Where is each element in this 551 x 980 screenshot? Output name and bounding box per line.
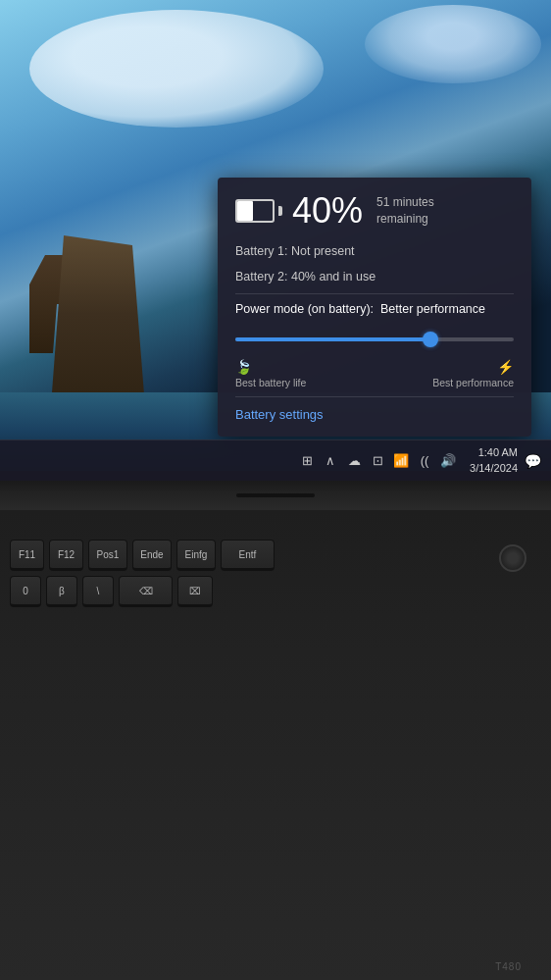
slider-fill [235, 337, 435, 341]
battery-time: 51 minutes remaining [376, 194, 434, 228]
model-label: T480 [495, 961, 522, 972]
key-einfg[interactable]: Einfg [176, 540, 216, 571]
power-mode-prefix: Power mode (on battery): [235, 302, 374, 316]
laptop-hinge [0, 481, 551, 510]
key-entf[interactable]: Entf [221, 540, 275, 571]
taskbar-display-icon[interactable]: ⊡ [368, 451, 387, 471]
laptop-screen: 40% 51 minutes remaining Battery 1: Not … [0, 0, 551, 481]
time-line2: remaining [376, 211, 434, 228]
performance-icon: ⚡ [497, 359, 514, 375]
laptop-keyboard-area: F11 F12 Pos1 Ende Einfg Entf 0 [0, 510, 551, 980]
battery-tip [278, 206, 282, 216]
slider-left-text: Best battery life [235, 377, 306, 388]
battery-settings-link[interactable]: Battery settings [235, 407, 324, 422]
taskbar-volume-icon[interactable]: 🔊 [438, 451, 458, 471]
keyboard: F11 F12 Pos1 Ende Einfg Entf 0 [10, 540, 541, 612]
key-f12[interactable]: F12 [49, 540, 83, 571]
power-mode-value: Better performance [380, 302, 485, 316]
key-beta[interactable]: β [46, 576, 77, 607]
taskbar-onedrive-icon[interactable]: ☁ [344, 451, 364, 471]
key-backslash[interactable]: \ [82, 576, 114, 607]
battery1-info: Battery 1: Not present [235, 242, 514, 260]
battery-header: 40% 51 minutes remaining [235, 193, 514, 229]
battery-life-icon: 🍃 [235, 359, 252, 375]
taskbar: ⊞ ∧ ☁ ⊡ 📶 (( 🔊 1:40 AM 3/14/2024 💬 [0, 439, 551, 481]
slider-thumb[interactable] [423, 332, 438, 347]
slider-label-right: ⚡ Best performance [432, 359, 514, 388]
divider-1 [235, 293, 514, 294]
clock-time: 1:40 AM [478, 445, 518, 460]
keyboard-row-1: F11 F12 Pos1 Ende Einfg Entf [10, 540, 541, 571]
taskbar-monitor-icon[interactable]: ⊞ [297, 451, 317, 471]
time-line1: 51 minutes [376, 194, 434, 211]
power-mode-label: Power mode (on battery): Better performa… [235, 302, 514, 316]
key-f11[interactable]: F11 [10, 540, 44, 571]
battery-popup: 40% 51 minutes remaining Battery 1: Not … [218, 178, 531, 437]
battery-fill [237, 201, 253, 221]
cloud-1 [29, 10, 324, 128]
key-backspace[interactable]: ⌫ [119, 576, 173, 607]
battery2-info: Battery 2: 40% and in use [235, 268, 514, 285]
taskbar-chevron-icon[interactable]: ∧ [321, 451, 340, 471]
key-ende[interactable]: Ende [132, 540, 172, 571]
key-delete-special[interactable]: ⌧ [177, 576, 213, 607]
key-pos1[interactable]: Pos1 [88, 540, 127, 571]
power-slider-container[interactable] [235, 326, 514, 353]
action-center-icon[interactable]: 💬 [522, 450, 543, 472]
taskbar-icons: ⊞ ∧ ☁ ⊡ 📶 (( 🔊 [297, 451, 458, 471]
key-0[interactable]: 0 [10, 576, 41, 607]
battery-icon-large [235, 199, 278, 223]
slider-label-left: 🍃 Best battery life [235, 359, 306, 388]
slider-labels: 🍃 Best battery life ⚡ Best performance [235, 359, 514, 388]
slider-right-text: Best performance [432, 377, 514, 388]
taskbar-network-icon[interactable]: 📶 [391, 451, 411, 471]
taskbar-clock[interactable]: 1:40 AM 3/14/2024 [464, 445, 518, 476]
cloud-2 [365, 5, 541, 83]
slider-track [235, 337, 514, 341]
keyboard-row-2: 0 β \ ⌫ ⌧ [10, 576, 541, 607]
divider-2 [235, 396, 514, 397]
battery-percentage: 40% [292, 193, 363, 229]
clock-date: 3/14/2024 [470, 461, 518, 476]
taskbar-wifi-icon[interactable]: (( [415, 451, 434, 471]
hinge-line [236, 493, 315, 497]
